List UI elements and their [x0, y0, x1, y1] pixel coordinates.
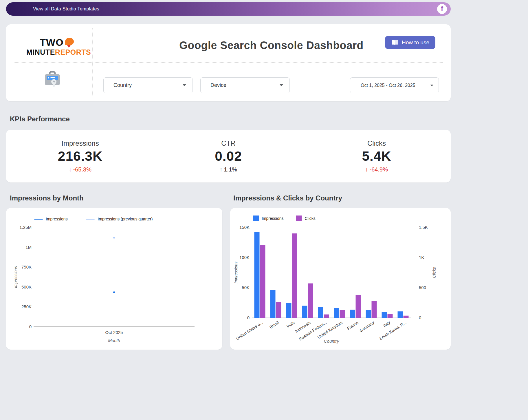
kpi-delta-value: -65.3%	[73, 166, 91, 173]
svg-text:1.5K: 1.5K	[419, 225, 428, 230]
svg-text:United States o...: United States o...	[235, 320, 264, 341]
legend-item-impressions: Impressions	[34, 217, 67, 221]
svg-text:500K: 500K	[21, 284, 32, 289]
logo-word-minute: MINUTE	[26, 48, 55, 56]
svg-text:0: 0	[29, 324, 32, 329]
kpis-section-title: KPIs Performance	[10, 115, 451, 123]
arrow-down-icon: ↓	[365, 167, 368, 173]
impressions-clicks-by-country-chart[interactable]: 050K100K150K05001K1.5KUnited States o...…	[230, 208, 451, 350]
line-chart-section-title: Impressions by Month	[10, 194, 84, 202]
logo-word-reports: REPORTS	[55, 48, 91, 56]
toolbox-icon	[43, 70, 62, 89]
kpi-clicks: Clicks 5.4K ↓ -64.9%	[302, 139, 451, 173]
legend-label: Impressions	[262, 216, 283, 221]
kpi-delta: ↑ 1.1%	[154, 166, 302, 173]
svg-text:Russian Federa...: Russian Federa...	[298, 320, 327, 342]
kpi-label: CTR	[154, 139, 302, 147]
horizontal-divider	[14, 62, 443, 63]
view-templates-link[interactable]: View all Data Studio Templates	[33, 6, 99, 12]
legend-label: Impressions (previous quarter)	[98, 217, 153, 221]
vertical-divider	[92, 28, 93, 97]
charts-row: Impressions Impressions (previous quarte…	[6, 208, 451, 350]
svg-text:1K: 1K	[419, 255, 424, 260]
logo-word-two: TWO	[40, 38, 63, 47]
legend-swatch	[86, 219, 95, 220]
facebook-f-glyph: f	[441, 5, 443, 13]
kpi-label: Impressions	[6, 139, 154, 147]
impressions-by-month-chart[interactable]: 0250K500K750K1M1.25MOct 2025MonthImpress…	[6, 208, 222, 350]
book-icon	[391, 40, 399, 45]
chevron-down-icon	[183, 84, 186, 86]
svg-text:Italy: Italy	[382, 320, 391, 328]
legend-swatch	[253, 216, 259, 221]
svg-text:Germany: Germany	[359, 320, 375, 333]
svg-text:Clicks: Clicks	[432, 267, 437, 278]
impressions-clicks-by-country-card: Impressions Clicks 050K100K150K05001K1.5…	[230, 208, 451, 350]
legend-swatch	[296, 216, 302, 221]
chevron-down-icon	[430, 85, 433, 86]
svg-text:1.25M: 1.25M	[19, 225, 32, 230]
svg-text:0: 0	[419, 315, 421, 320]
header-card: TWO MINUTEREPORTS Google Search Console …	[6, 24, 451, 101]
svg-text:Month: Month	[108, 338, 120, 343]
svg-text:1M: 1M	[25, 245, 32, 250]
how-to-use-label: How to use	[402, 39, 429, 46]
svg-text:Oct 2025: Oct 2025	[105, 330, 123, 335]
svg-text:India: India	[286, 320, 296, 329]
svg-text:150K: 150K	[239, 225, 250, 230]
chart-section-headings: Impressions by Month Impressions & Click…	[6, 194, 451, 203]
facebook-icon[interactable]: f	[437, 4, 447, 14]
svg-text:Impressions: Impressions	[234, 262, 238, 283]
svg-text:France: France	[346, 320, 359, 331]
legend-swatch	[34, 219, 43, 220]
top-banner: View all Data Studio Templates f	[6, 2, 451, 16]
how-to-use-button[interactable]: How to use	[385, 36, 435, 49]
arrow-down-icon: ↓	[69, 167, 72, 173]
kpi-delta-value: 1.1%	[224, 166, 237, 173]
kpi-delta: ↓ -64.9%	[302, 166, 451, 173]
legend-item-impressions-previous-quarter: Impressions (previous quarter)	[86, 217, 153, 221]
dashboard-page: View all Data Studio Templates f TWO MIN…	[6, 2, 451, 350]
device-filter-dropdown[interactable]: Device	[200, 77, 290, 93]
legend-label: Impressions	[46, 217, 67, 221]
date-range-value: Oct 1, 2025 - Oct 26, 2025	[361, 83, 415, 88]
two-minute-reports-logo: TWO MINUTEREPORTS	[26, 38, 87, 56]
svg-text:100K: 100K	[239, 255, 250, 260]
kpi-label: Clicks	[302, 139, 451, 147]
arrow-up-icon: ↑	[220, 167, 223, 173]
kpi-value: 5.4K	[302, 148, 451, 164]
impressions-by-month-card: Impressions Impressions (previous quarte…	[6, 208, 222, 350]
kpi-delta-value: -64.9%	[370, 166, 388, 173]
country-filter-dropdown[interactable]: Country	[103, 77, 193, 93]
kpi-delta: ↓ -65.3%	[6, 166, 154, 173]
svg-text:500: 500	[419, 285, 426, 290]
logo-mark-icon	[65, 38, 74, 45]
kpi-impressions: Impressions 216.3K ↓ -65.3%	[6, 139, 154, 173]
kpi-value: 0.02	[154, 148, 302, 164]
logo-line2: MINUTEREPORTS	[26, 48, 87, 56]
logo-line1: TWO	[26, 38, 87, 47]
svg-text:South Korea, R...: South Korea, R...	[378, 320, 407, 341]
svg-text:250K: 250K	[21, 304, 32, 309]
legend-item-clicks: Clicks	[296, 216, 315, 221]
bar-chart-legend: Impressions Clicks	[253, 216, 316, 221]
chevron-down-icon	[280, 84, 283, 86]
svg-text:50K: 50K	[242, 285, 250, 290]
country-filter-label: Country	[113, 82, 132, 88]
bar-chart-section-title: Impressions & Clicks by Country	[233, 194, 342, 202]
svg-text:750K: 750K	[21, 264, 32, 269]
date-range-picker[interactable]: Oct 1, 2025 - Oct 26, 2025	[350, 77, 439, 93]
kpi-value: 216.3K	[6, 148, 154, 164]
legend-item-impressions: Impressions	[253, 216, 283, 221]
svg-text:Country: Country	[324, 339, 340, 344]
svg-text:Impressions: Impressions	[13, 266, 18, 288]
svg-text:0: 0	[247, 315, 250, 320]
line-chart-legend: Impressions Impressions (previous quarte…	[34, 217, 153, 221]
svg-text:Brazil: Brazil	[269, 320, 280, 329]
kpi-card: Impressions 216.3K ↓ -65.3% CTR 0.02 ↑ 1…	[6, 130, 451, 182]
kpi-ctr: CTR 0.02 ↑ 1.1%	[154, 139, 302, 173]
device-filter-label: Device	[210, 82, 226, 88]
legend-label: Clicks	[305, 216, 315, 221]
